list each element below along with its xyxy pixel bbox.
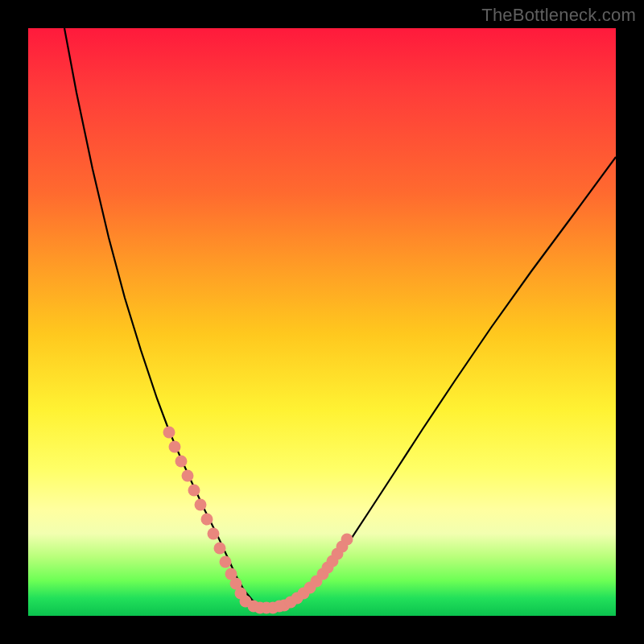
plot-area [28, 28, 616, 616]
data-dot [220, 556, 232, 568]
data-dot [175, 456, 188, 468]
bottleneck-curve [64, 28, 616, 608]
chart-frame: TheBottleneck.com [0, 0, 644, 644]
data-dot [274, 601, 286, 613]
data-dot [163, 427, 175, 439]
chart-svg [28, 28, 616, 616]
data-dot [169, 441, 181, 453]
data-dot [208, 528, 220, 540]
data-dot [214, 543, 226, 555]
data-dot [188, 485, 200, 497]
data-dot [201, 514, 213, 526]
data-dot [341, 534, 353, 546]
dots-left-branch [163, 427, 252, 608]
data-dot [182, 470, 194, 482]
dots-valley [248, 601, 286, 614]
data-dot [195, 499, 207, 511]
watermark-text: TheBottleneck.com [481, 5, 636, 26]
dots-right-branch [279, 534, 353, 612]
